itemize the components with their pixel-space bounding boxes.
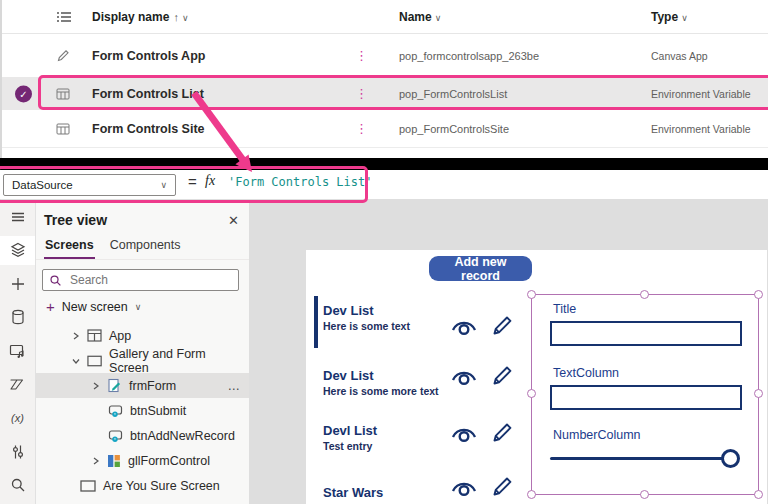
view-record-eye-icon[interactable] xyxy=(449,477,479,499)
table-icon xyxy=(56,88,70,100)
tree-item-label: btnAddNewRecord xyxy=(130,429,235,443)
property-dropdown-value: DataSource xyxy=(12,179,73,191)
row-display-name[interactable]: Form Controls Site xyxy=(92,122,205,136)
form-icon xyxy=(107,378,122,393)
chevron-down-icon: ∨ xyxy=(435,13,442,23)
column-header-display-name[interactable]: Display name↑∨ xyxy=(92,10,188,24)
edit-record-pencil-icon[interactable] xyxy=(490,419,516,445)
search-input[interactable] xyxy=(42,269,239,291)
chevron-right-icon xyxy=(92,457,100,465)
resize-handle[interactable] xyxy=(527,389,536,398)
solutions-table: Display name↑∨ Name∨ Type∨ Form Controls… xyxy=(0,0,768,158)
gallery-item-title[interactable]: Dev List xyxy=(323,368,374,383)
resize-handle[interactable] xyxy=(527,490,536,499)
field-label-textcolumn: TextColumn xyxy=(553,366,619,380)
insert-plus-icon[interactable] xyxy=(0,269,35,299)
advanced-tools-icon[interactable] xyxy=(0,437,35,467)
field-label-numbercolumn: NumberColumn xyxy=(553,428,641,442)
title-text-input[interactable] xyxy=(550,321,742,346)
bulleted-list-icon xyxy=(56,10,72,24)
chevron-down-icon: ∨ xyxy=(681,13,688,23)
row-type: Environment Variable xyxy=(651,88,751,100)
tree-item-gallery-and-form-screen[interactable]: Gallery and Form Screen xyxy=(36,348,249,373)
resize-handle[interactable] xyxy=(640,290,649,299)
row-name: pop_FormControlsSite xyxy=(399,123,509,135)
form-control-selected[interactable]: Title TextColumn NumberColumn xyxy=(531,294,759,495)
left-icon-rail: (x) xyxy=(0,200,36,504)
tree-item-label: btnSubmit xyxy=(130,404,186,418)
gallery-item-title[interactable]: Devl List xyxy=(323,423,377,438)
fx-icon: fx xyxy=(205,173,215,189)
gallery-selected-indicator xyxy=(314,296,318,348)
edit-record-pencil-icon[interactable] xyxy=(490,312,516,338)
tree-item-gllformcontrol[interactable]: gllFormControl xyxy=(36,448,249,473)
textcolumn-text-input[interactable] xyxy=(550,385,742,410)
data-icon[interactable] xyxy=(0,303,35,333)
column-header-label: Type xyxy=(651,10,678,24)
row-type: Environment Variable xyxy=(651,123,751,135)
panel-title: Tree view xyxy=(44,212,107,228)
power-automate-icon[interactable] xyxy=(0,370,35,400)
tree-item-frmform[interactable]: frmForm … xyxy=(36,373,249,398)
tree-item-label: frmForm xyxy=(129,379,176,393)
chevron-right-icon xyxy=(92,382,100,390)
variables-icon[interactable]: (x) xyxy=(0,403,35,433)
resize-handle[interactable] xyxy=(754,290,763,299)
studio-body: (x) Tree view ✕ Screens Components + xyxy=(0,200,768,504)
new-screen-label: New screen xyxy=(62,300,128,314)
row-display-name[interactable]: Form Controls List xyxy=(92,87,204,101)
tree-list: App Gallery and Form Screen frmForm … bt… xyxy=(36,323,249,498)
add-new-record-button[interactable]: Add new record xyxy=(429,256,532,281)
more-options-icon[interactable]: ⋮ xyxy=(355,89,368,99)
numbercolumn-slider-knob[interactable] xyxy=(721,449,740,468)
view-record-eye-icon[interactable] xyxy=(449,366,479,388)
more-options-icon[interactable]: ⋮ xyxy=(355,51,368,61)
tree-item-btnaddnewrecord[interactable]: btnAddNewRecord xyxy=(36,423,249,448)
table-row[interactable]: Form Controls App ⋮ pop_formcontrolsapp_… xyxy=(2,34,768,77)
column-header-label: Name xyxy=(399,10,432,24)
table-row-selected[interactable]: ✓ Form Controls List ⋮ pop_FormControlsL… xyxy=(2,77,768,110)
property-dropdown[interactable]: DataSource ∨ xyxy=(3,174,176,196)
search-icon xyxy=(49,274,62,287)
formula-input[interactable]: 'Form Controls List' xyxy=(228,175,748,189)
column-header-name[interactable]: Name∨ xyxy=(399,10,441,24)
tab-components[interactable]: Components xyxy=(109,236,182,259)
selected-check-icon[interactable]: ✓ xyxy=(15,85,32,102)
tree-item-btnsubmit[interactable]: btnSubmit xyxy=(36,398,249,423)
edit-record-pencil-icon[interactable] xyxy=(490,362,516,388)
chevron-down-icon: ∨ xyxy=(135,302,142,312)
plus-icon: + xyxy=(46,301,55,313)
numbercolumn-slider-track[interactable] xyxy=(550,457,731,460)
media-icon[interactable] xyxy=(0,336,35,366)
resize-handle[interactable] xyxy=(754,490,763,499)
window-divider xyxy=(0,158,768,170)
row-display-name[interactable]: Form Controls App xyxy=(92,49,205,63)
edit-record-pencil-icon[interactable] xyxy=(490,473,516,499)
tree-view-icon[interactable] xyxy=(0,236,35,266)
tree-item-are-you-sure-screen[interactable]: Are You Sure Screen xyxy=(36,473,249,498)
chevron-down-icon: ∨ xyxy=(182,13,189,23)
gallery-item-title[interactable]: Dev List xyxy=(323,303,374,318)
sort-ascending-icon: ↑ xyxy=(173,11,179,23)
view-record-eye-icon[interactable] xyxy=(449,423,479,445)
resize-handle[interactable] xyxy=(754,389,763,398)
resize-handle[interactable] xyxy=(527,290,536,299)
view-record-eye-icon[interactable] xyxy=(449,316,479,338)
table-row[interactable]: Form Controls Site ⋮ pop_FormControlsSit… xyxy=(2,110,768,148)
formula-bar: DataSource ∨ = fx 'Form Controls List' xyxy=(0,170,768,200)
hamburger-menu-icon[interactable] xyxy=(0,202,35,232)
more-options-icon[interactable]: ⋮ xyxy=(355,124,368,134)
tab-screens[interactable]: Screens xyxy=(44,236,95,259)
resize-handle[interactable] xyxy=(640,490,649,499)
search-field[interactable] xyxy=(68,272,232,288)
more-icon[interactable]: … xyxy=(228,379,242,393)
close-icon[interactable]: ✕ xyxy=(228,213,239,228)
tree-view-tabs: Screens Components xyxy=(36,232,249,260)
tree-item-app[interactable]: App xyxy=(36,323,249,348)
search-icon[interactable] xyxy=(0,471,35,501)
screen-icon xyxy=(87,355,102,367)
new-screen-button[interactable]: + New screen ∨ xyxy=(36,291,249,321)
gallery-icon xyxy=(107,454,121,468)
column-header-type[interactable]: Type∨ xyxy=(651,10,688,24)
gallery-item-title[interactable]: Star Wars xyxy=(323,485,383,500)
